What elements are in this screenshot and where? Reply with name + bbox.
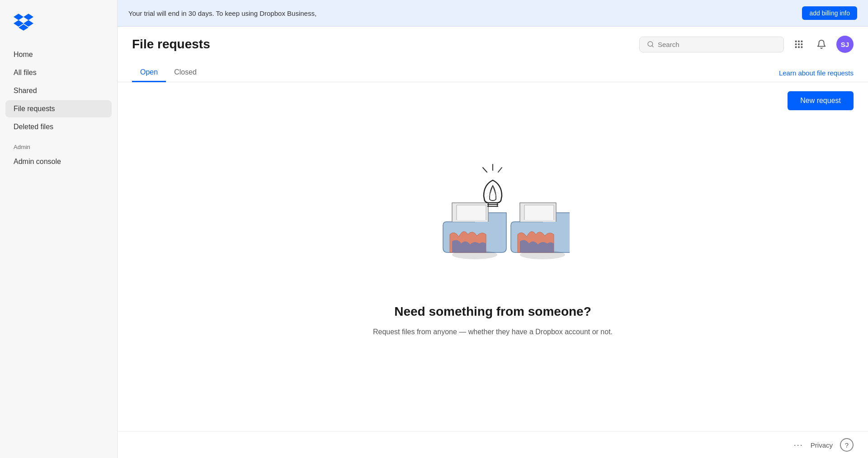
empty-state-title: Need something from someone? [394,304,591,319]
search-bar[interactable] [639,37,784,52]
page-header: File requests [118,27,868,53]
tabs: Open Closed [132,64,205,82]
avatar[interactable]: SJ [836,36,854,53]
svg-rect-5 [795,43,797,45]
page-title: File requests [132,37,210,51]
sidebar-item-shared[interactable]: Shared [5,82,112,99]
learn-about-file-requests-link[interactable]: Learn about file requests [779,69,854,77]
empty-state: Need something from someone? Request fil… [373,160,613,336]
main-content: Your trial will end in 30 days. To keep … [118,0,868,458]
tab-open[interactable]: Open [132,64,166,82]
search-icon [647,41,654,48]
svg-rect-7 [801,43,803,45]
footer-privacy-link[interactable]: Privacy [811,441,833,449]
svg-line-14 [498,168,502,172]
sidebar-logo-area [0,9,117,46]
sidebar-item-admin-console[interactable]: Admin console [5,153,112,170]
search-input[interactable] [658,41,776,48]
main-body: New request [118,82,868,431]
empty-state-subtitle: Request files from anyone — whether they… [373,328,613,336]
add-billing-button[interactable]: add billing info [802,6,857,20]
empty-state-illustration [416,160,570,295]
sidebar: Home All files Shared File requests Dele… [0,0,118,458]
svg-rect-2 [795,41,797,42]
svg-rect-10 [801,47,803,48]
sidebar-item-home[interactable]: Home [5,46,112,63]
footer-more-button[interactable]: ··· [794,440,803,450]
new-request-button[interactable]: New request [788,91,854,110]
apps-grid-button[interactable] [791,37,807,52]
dropbox-logo-icon [14,14,33,31]
sidebar-section-admin: Admin [0,136,117,153]
svg-rect-9 [798,47,800,48]
bell-icon [816,39,826,49]
svg-rect-6 [798,43,800,45]
svg-line-1 [652,46,653,47]
svg-line-15 [483,168,487,172]
sidebar-item-all-files[interactable]: All files [5,64,112,81]
footer: ··· Privacy ? [118,431,868,458]
footer-help-button[interactable]: ? [840,438,854,452]
sidebar-item-file-requests[interactable]: File requests [5,100,112,117]
svg-rect-8 [795,47,797,48]
tab-closed[interactable]: Closed [166,64,205,82]
new-request-row: New request [788,91,854,110]
tabs-area: Open Closed Learn about file requests [118,53,868,82]
notifications-button[interactable] [814,37,829,52]
apps-grid-icon [794,39,804,49]
sidebar-nav: Home All files Shared File requests Dele… [0,46,117,136]
sidebar-admin-nav: Admin console [0,153,117,170]
trial-banner-text: Your trial will end in 30 days. To keep … [128,9,797,17]
sidebar-item-deleted-files[interactable]: Deleted files [5,118,112,136]
trial-banner: Your trial will end in 30 days. To keep … [118,0,868,27]
svg-rect-3 [798,41,800,42]
svg-rect-4 [801,41,803,42]
header-right: SJ [639,36,854,53]
